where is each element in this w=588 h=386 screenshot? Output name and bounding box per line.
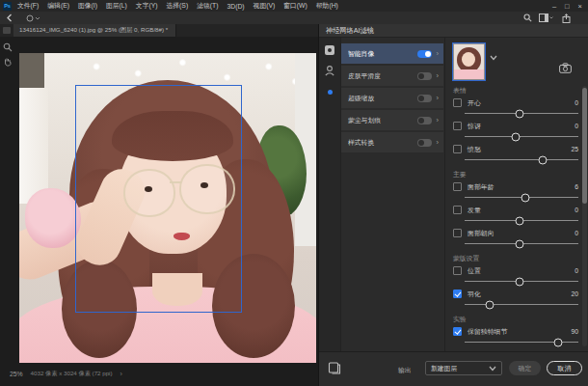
- slider-value: 20: [571, 290, 578, 297]
- slider-label: 惊讶: [468, 122, 575, 131]
- slider-value: 0: [575, 123, 578, 129]
- slider-label: 面部年龄: [468, 182, 575, 192]
- slider-handle[interactable]: [553, 338, 562, 346]
- menu-view[interactable]: 视图(V): [254, 1, 276, 11]
- menu-type[interactable]: 文字(Y): [136, 1, 158, 11]
- menu-file[interactable]: 文件(F): [17, 1, 39, 11]
- filter-toggle-off[interactable]: [417, 72, 432, 80]
- panel-body: 智能肖像 › 皮肤平滑度 › 超级缩放 › 蒙尘与划痕 ›: [319, 38, 588, 351]
- minimize-button[interactable]: –: [552, 2, 556, 11]
- slider-track[interactable]: [465, 136, 578, 137]
- menu-select[interactable]: 选择(S): [167, 1, 189, 11]
- document-tab[interactable]: 13416124_IMG_6240 (1).jpg @ 25% (图层 0, R…: [13, 24, 176, 37]
- maximize-button[interactable]: □: [565, 2, 570, 11]
- filter-label: 智能肖像: [348, 49, 417, 59]
- scrollbar[interactable]: [582, 86, 587, 346]
- close-button[interactable]: ×: [578, 2, 582, 11]
- slider-handle[interactable]: [515, 239, 523, 248]
- portrait-filters-icon[interactable]: [324, 65, 335, 76]
- menu-filter[interactable]: 滤镜(T): [197, 1, 218, 11]
- filter-item-super-zoom[interactable]: 超级缩放 ›: [341, 88, 443, 108]
- share-icon[interactable]: [562, 14, 571, 23]
- status-chevron-icon[interactable]: ›: [120, 371, 122, 377]
- slider-track[interactable]: [465, 304, 578, 305]
- tab-home-icon[interactable]: [3, 27, 11, 34]
- panel-title: 神经网络AI滤镜: [326, 26, 374, 36]
- thumbnail-face: [462, 52, 475, 67]
- slider-track[interactable]: [465, 243, 578, 244]
- filter-item-style-transfer[interactable]: 样式转换 ›: [341, 132, 443, 152]
- section-header-expressions: 表情: [453, 83, 578, 97]
- slider-feather: 羽化 20: [453, 289, 578, 312]
- slider-checkbox-checked[interactable]: [453, 290, 462, 298]
- slider-checkbox[interactable]: [453, 206, 462, 214]
- chevron-right-icon: ›: [437, 138, 440, 147]
- slider-value: 0: [575, 207, 578, 213]
- canvas-area: 25% 4032 像素 x 3024 像素 (72 ppi) ›: [0, 37, 318, 386]
- slider-checkbox[interactable]: [453, 266, 462, 275]
- ok-button[interactable]: 确定: [509, 361, 541, 375]
- slider-track[interactable]: [465, 197, 578, 198]
- filter-toggle-on[interactable]: [417, 50, 432, 58]
- menu-image[interactable]: 图像(I): [78, 1, 97, 11]
- photoshop-window: Ps 文件(F) 编辑(E) 图像(I) 图层(L) 文字(Y) 选择(S) 滤…: [0, 0, 588, 386]
- slider-handle[interactable]: [515, 216, 523, 225]
- slider-label: 愤怒: [468, 145, 571, 154]
- slider-handle[interactable]: [485, 300, 494, 309]
- chevron-right-icon: ›: [437, 49, 440, 58]
- slider-track[interactable]: [465, 220, 578, 221]
- slider-checkbox[interactable]: [453, 182, 462, 191]
- output-select-value: 新建图层: [431, 364, 489, 373]
- photo-document[interactable]: [19, 53, 316, 363]
- sliders-list: 表情 开心 0 惊讶: [453, 83, 578, 351]
- menu-layer[interactable]: 图层(L): [106, 1, 127, 11]
- hand-tool-icon[interactable]: [3, 57, 13, 67]
- back-arrow-icon[interactable]: [6, 14, 13, 22]
- section-header-experimental: 实验: [453, 312, 578, 326]
- filter-toggle-off[interactable]: [417, 95, 432, 102]
- menu-window[interactable]: 窗口(W): [283, 1, 307, 11]
- slider-handle[interactable]: [521, 193, 529, 202]
- filter-item-smart-portrait[interactable]: 智能肖像 ›: [341, 43, 443, 64]
- slider-track[interactable]: [465, 281, 578, 282]
- filter-toggle-off[interactable]: [417, 139, 432, 147]
- featured-filters-icon[interactable]: [324, 44, 335, 56]
- tool-options-icon[interactable]: [26, 14, 41, 22]
- slider-value: 25: [571, 146, 578, 152]
- face-thumbnail[interactable]: [453, 43, 485, 80]
- slider-track[interactable]: [465, 159, 578, 160]
- slider-checkbox[interactable]: [453, 98, 462, 107]
- filter-item-dust-scratches[interactable]: 蒙尘与划痕 ›: [341, 110, 443, 130]
- document-tab-title: 13416124_IMG_6240 (1).jpg @ 25% (图层 0, R…: [19, 26, 168, 35]
- menu-3d[interactable]: 3D(D): [227, 3, 244, 10]
- preview-layers-icon[interactable]: [328, 361, 341, 374]
- menu-edit[interactable]: 编辑(E): [47, 1, 69, 11]
- camera-preview-icon[interactable]: [559, 63, 572, 73]
- door-panel: [19, 88, 48, 204]
- search-icon[interactable]: [523, 14, 532, 22]
- slider-handle[interactable]: [539, 155, 548, 164]
- slider-checkbox[interactable]: [453, 145, 462, 153]
- slider-track[interactable]: [465, 342, 578, 343]
- slider-checkbox-checked[interactable]: [453, 327, 462, 336]
- slider-handle[interactable]: [512, 132, 521, 141]
- zoom-level[interactable]: 25%: [10, 371, 23, 377]
- output-label: 输出: [398, 366, 412, 375]
- tab-bar: 13416124_IMG_6240 (1).jpg @ 25% (图层 0, R…: [0, 24, 318, 37]
- filter-item-skin-smoothing[interactable]: 皮肤平滑度 ›: [341, 66, 443, 86]
- slider-checkbox[interactable]: [453, 229, 462, 237]
- filter-settings-pane: 表情 开心 0 惊讶: [445, 38, 588, 351]
- slider-track[interactable]: [465, 113, 578, 114]
- face-selector-chevron-icon[interactable]: [490, 55, 497, 61]
- cancel-button[interactable]: 取消: [547, 361, 582, 375]
- menu-help[interactable]: 帮助(H): [316, 1, 338, 11]
- filter-toggle-off[interactable]: [417, 117, 432, 124]
- workspace-switcher-icon[interactable]: [539, 14, 553, 22]
- face-detection-box[interactable]: [75, 85, 242, 313]
- scrollbar-thumb[interactable]: [582, 88, 587, 204]
- slider-handle[interactable]: [515, 277, 523, 286]
- slider-checkbox[interactable]: [453, 122, 462, 130]
- zoom-tool-icon[interactable]: [3, 42, 13, 52]
- output-select[interactable]: 新建图层: [425, 361, 502, 375]
- slider-handle[interactable]: [515, 109, 523, 118]
